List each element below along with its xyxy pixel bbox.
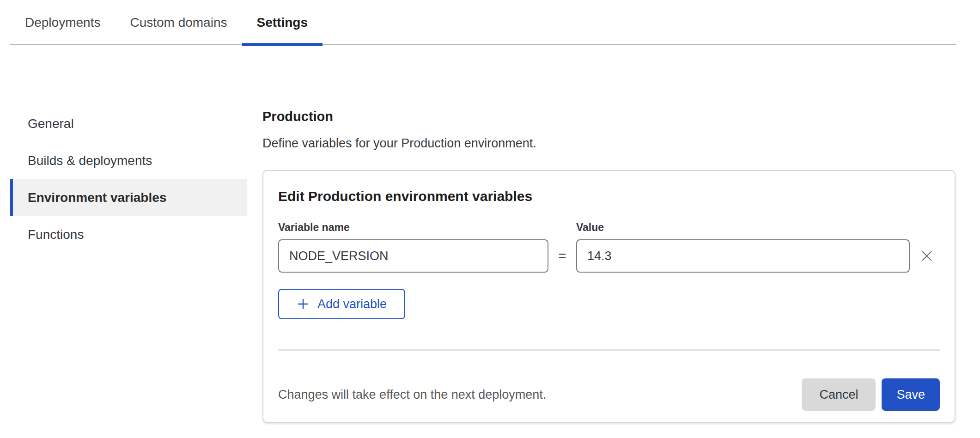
variable-name-label: Variable name [278, 221, 548, 234]
sidebar-item-functions[interactable]: Functions [10, 216, 247, 253]
variable-name-input[interactable] [278, 239, 548, 273]
footer-actions: Cancel Save [802, 378, 940, 411]
footer-note: Changes will take effect on the next dep… [278, 388, 546, 402]
tab-deployments[interactable]: Deployments [10, 0, 115, 44]
sidebar-item-general[interactable]: General [10, 105, 247, 142]
card-footer: Changes will take effect on the next dep… [278, 378, 940, 411]
variable-row: Variable name = Value [278, 221, 940, 273]
value-label: Value [576, 221, 910, 234]
variable-name-field: Variable name [278, 221, 548, 273]
plus-icon [297, 298, 310, 310]
cancel-button[interactable]: Cancel [802, 378, 876, 411]
sidebar-item-environment-variables[interactable]: Environment variables [10, 179, 247, 216]
divider [278, 349, 940, 351]
add-variable-button[interactable]: Add variable [278, 289, 405, 319]
variable-value-input[interactable] [576, 239, 910, 273]
close-icon [919, 248, 935, 264]
tab-custom-domains[interactable]: Custom domains [115, 0, 242, 44]
env-vars-card: Edit Production environment variables Va… [262, 170, 956, 423]
remove-variable-button[interactable] [914, 239, 940, 273]
page-title: Production [262, 109, 956, 124]
variable-value-field: Value [576, 221, 910, 273]
content-area: General Builds & deployments Environment… [0, 45, 980, 423]
main-pane: Production Define variables for your Pro… [262, 45, 956, 423]
settings-sidebar: General Builds & deployments Environment… [10, 45, 247, 253]
sidebar-item-builds-deployments[interactable]: Builds & deployments [10, 142, 247, 179]
page-subtitle: Define variables for your Production env… [262, 136, 956, 151]
equals-sign: = [548, 239, 576, 273]
add-variable-label: Add variable [317, 297, 387, 311]
card-heading: Edit Production environment variables [278, 189, 940, 204]
tab-settings[interactable]: Settings [242, 0, 323, 44]
top-tab-bar: Deployments Custom domains Settings [10, 0, 956, 45]
save-button[interactable]: Save [882, 378, 940, 411]
